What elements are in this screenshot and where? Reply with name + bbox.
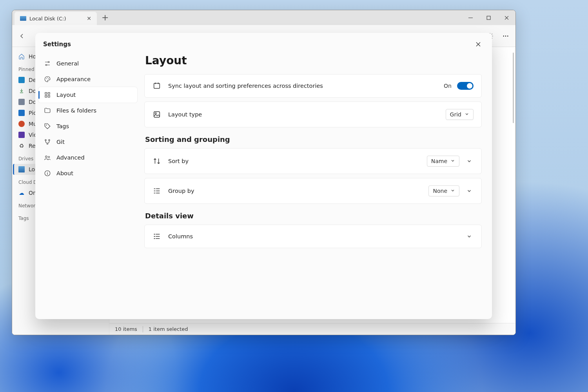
columns-expand[interactable]: [465, 232, 474, 241]
status-item-count: 10 items: [115, 326, 137, 332]
card-columns: Columns: [144, 225, 482, 248]
card-group-by: Group by None: [144, 178, 482, 204]
select-value: None: [433, 188, 447, 194]
svg-point-17: [47, 143, 48, 144]
sync-toggle[interactable]: [457, 82, 474, 90]
nav-layout[interactable]: Layout: [38, 87, 137, 103]
toggle-state: On: [444, 83, 452, 89]
onedrive-icon: ☁: [18, 190, 25, 196]
people-icon: [44, 154, 51, 161]
download-icon: [18, 88, 25, 94]
page-title: Layout: [145, 54, 482, 67]
nav-tags[interactable]: Tags: [38, 118, 137, 134]
nav-appearance[interactable]: Appearance: [38, 71, 137, 87]
svg-point-7: [46, 78, 47, 79]
status-bar: 10 items 1 item selected: [109, 323, 515, 335]
nav-advanced[interactable]: Advanced: [38, 150, 137, 165]
card-sort-by: Sort by Name: [144, 148, 482, 174]
tab-active[interactable]: Local Disk (C:) ✕: [15, 12, 97, 25]
nav-label: Appearance: [56, 76, 91, 82]
svg-point-24: [155, 113, 156, 114]
svg-point-4: [507, 35, 508, 36]
svg-point-15: [45, 140, 46, 141]
group-by-select[interactable]: None: [428, 185, 459, 196]
window-minimize[interactable]: [461, 10, 479, 25]
pictures-icon: [18, 110, 25, 116]
svg-point-5: [48, 62, 49, 63]
nav-about[interactable]: About: [38, 165, 137, 181]
layout-type-icon: [152, 110, 161, 119]
nav-label: Advanced: [56, 154, 85, 161]
svg-point-6: [46, 64, 47, 65]
more-icon[interactable]: [498, 29, 513, 44]
nav-git[interactable]: Git: [38, 134, 137, 150]
nav-label: Tags: [56, 123, 69, 129]
layout-type-label: Layout type: [168, 111, 439, 118]
music-icon: [18, 121, 25, 127]
svg-point-21: [47, 172, 48, 172]
nav-files-folders[interactable]: Files & folders: [38, 103, 137, 118]
home-icon: [18, 53, 25, 60]
nav-general[interactable]: General: [38, 56, 137, 71]
svg-rect-11: [48, 93, 50, 94]
window-maximize[interactable]: [479, 10, 497, 25]
sliders-icon: [44, 60, 51, 67]
group-by-label: Group by: [168, 188, 421, 194]
window-close[interactable]: [497, 10, 515, 25]
settings-nav: General Appearance Layout Files & folder…: [35, 50, 140, 319]
svg-rect-10: [45, 93, 47, 94]
nav-label: Layout: [56, 92, 76, 98]
git-icon: [44, 138, 51, 145]
section-details-title: Details view: [145, 212, 482, 220]
back-button[interactable]: [15, 29, 29, 44]
tag-icon: [44, 123, 51, 130]
desktop-icon: [18, 77, 25, 83]
nav-label: General: [56, 60, 79, 67]
sort-icon: [152, 157, 161, 165]
section-sort-title: Sorting and grouping: [145, 135, 482, 143]
sort-by-expand[interactable]: [465, 157, 474, 165]
drive-icon: [18, 166, 25, 172]
group-by-expand[interactable]: [465, 187, 474, 195]
sort-by-label: Sort by: [168, 158, 420, 164]
svg-rect-22: [154, 83, 160, 89]
recycle-icon: ♻: [18, 143, 25, 149]
settings-title: Settings: [43, 41, 71, 48]
svg-rect-0: [487, 16, 490, 20]
columns-icon: [152, 232, 161, 241]
folder-icon: [44, 107, 51, 114]
svg-point-3: [505, 35, 506, 36]
select-value: Grid: [450, 111, 461, 118]
svg-point-14: [46, 125, 47, 125]
grid-icon: [44, 91, 51, 98]
drive-icon: [20, 16, 26, 21]
tab-close-icon[interactable]: ✕: [87, 15, 91, 22]
info-icon: [44, 170, 51, 177]
settings-content: Layout Sync layout and sorting preferenc…: [140, 50, 492, 319]
columns-label: Columns: [168, 233, 458, 240]
select-value: Name: [431, 158, 447, 164]
settings-close-button[interactable]: [472, 38, 484, 50]
card-layout-type: Layout type Grid: [144, 102, 482, 127]
svg-point-2: [503, 35, 504, 36]
svg-point-19: [48, 156, 50, 158]
svg-rect-12: [45, 96, 47, 98]
svg-point-9: [48, 78, 49, 79]
document-icon: [18, 99, 25, 105]
layout-type-select[interactable]: Grid: [446, 109, 474, 120]
svg-point-16: [49, 140, 50, 141]
settings-dialog: Settings General Appearance Layout Files…: [35, 33, 492, 319]
nav-label: Git: [56, 139, 65, 145]
sort-by-select[interactable]: Name: [427, 156, 459, 167]
svg-rect-23: [154, 112, 160, 118]
svg-rect-13: [48, 96, 50, 98]
titlebar: Local Disk (C:) ✕ +: [12, 10, 515, 25]
palette-icon: [44, 76, 51, 83]
chevron-down-icon: [450, 158, 455, 164]
tab-title: Local Disk (C:): [29, 16, 66, 22]
videos-icon: [18, 132, 25, 138]
scrollbar[interactable]: [513, 53, 514, 123]
card-sync: Sync layout and sorting preferences acro…: [144, 74, 482, 98]
nav-label: Files & folders: [56, 107, 96, 114]
status-selected: 1 item selected: [149, 326, 188, 332]
